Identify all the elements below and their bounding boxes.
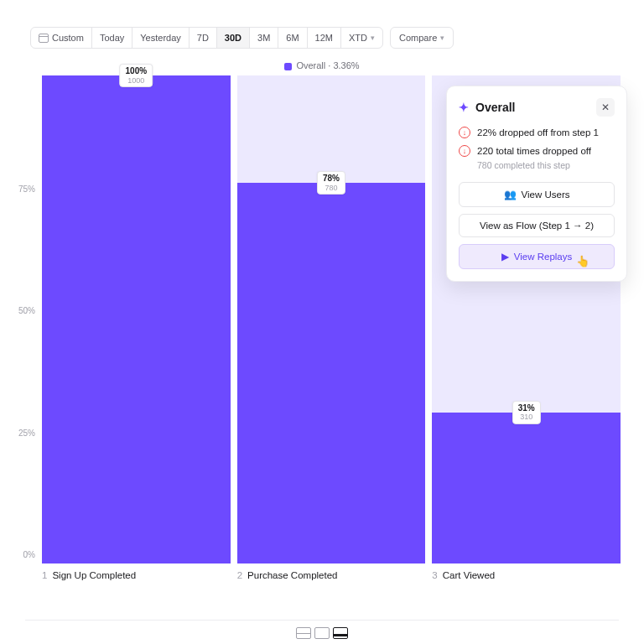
step-name: Purchase Completed bbox=[247, 570, 337, 580]
y-tick: 75% bbox=[18, 184, 35, 193]
x-label-2: 2Purchase Completed bbox=[237, 570, 426, 580]
range-label: 3M bbox=[257, 33, 270, 43]
toolbar: Custom Today Yesterday 7D 30D 3M 6M 12M … bbox=[0, 0, 644, 60]
popover-title: ✦ Overall bbox=[459, 101, 515, 114]
bar-signup[interactable]: 100% 1000 bbox=[42, 75, 231, 564]
y-axis: 0% 25% 50% 75% bbox=[12, 75, 39, 564]
bar-fill bbox=[42, 75, 231, 564]
chart-legend: Overall · 3.36% bbox=[0, 60, 644, 75]
range-30d[interactable]: 30D bbox=[217, 28, 250, 48]
bar-value-label: 100% 1000 bbox=[120, 64, 153, 87]
range-custom[interactable]: Custom bbox=[31, 28, 92, 48]
layout-bottom-icon[interactable] bbox=[333, 627, 348, 639]
range-3m[interactable]: 3M bbox=[250, 28, 278, 48]
button-label: View Users bbox=[522, 190, 570, 200]
arrow-down-circle-icon: ↓ bbox=[459, 127, 470, 138]
bar-cart[interactable]: 31% 310 ✦ Overall ✕ ↓ 22% dropped off fr… bbox=[432, 75, 621, 564]
bar-count: 310 bbox=[518, 413, 535, 421]
range-label: Today bbox=[100, 33, 124, 43]
layout-switcher bbox=[296, 627, 348, 639]
popover-title-text: Overall bbox=[475, 101, 515, 114]
step-index: 1 bbox=[42, 570, 47, 580]
close-button[interactable]: ✕ bbox=[596, 98, 615, 117]
step-index: 3 bbox=[432, 570, 437, 580]
bar-value-label: 31% 310 bbox=[512, 401, 541, 424]
close-icon: ✕ bbox=[601, 101, 610, 113]
legend-swatch bbox=[284, 63, 292, 70]
y-tick: 50% bbox=[18, 306, 35, 315]
compare-label: Compare bbox=[399, 33, 437, 43]
range-12m[interactable]: 12M bbox=[308, 28, 341, 48]
range-label: 7D bbox=[197, 33, 209, 43]
layout-split-icon[interactable] bbox=[296, 627, 311, 639]
range-yesterday[interactable]: Yesterday bbox=[132, 28, 190, 48]
step-index: 2 bbox=[237, 570, 242, 580]
compare-button[interactable]: Compare ▾ bbox=[390, 27, 454, 49]
bar-fill bbox=[237, 183, 426, 564]
view-users-button[interactable]: 👥 View Users bbox=[459, 182, 615, 207]
legend-value: 3.36% bbox=[333, 60, 359, 70]
funnel-chart: 100% 1000 78% 780 31% 310 ✦ Ov bbox=[42, 75, 621, 564]
chart-wrap: 0% 25% 50% 75% 100% 1000 78% 780 31% 310 bbox=[0, 75, 644, 564]
range-label: 12M bbox=[315, 33, 333, 43]
bar-count: 1000 bbox=[126, 76, 148, 85]
dropoff-line-1: ↓ 22% dropped off from step 1 bbox=[459, 127, 615, 138]
completed-subtext: 780 completed this step bbox=[477, 160, 615, 170]
legend-series-name: Overall bbox=[296, 60, 325, 70]
divider bbox=[25, 620, 619, 621]
range-label: Custom bbox=[52, 33, 84, 43]
dropoff-text: 220 total times dropped off bbox=[477, 146, 591, 156]
bar-pct: 78% bbox=[323, 174, 340, 184]
cursor-click-icon: ✦ bbox=[459, 101, 469, 114]
range-label: XTD bbox=[349, 33, 367, 43]
range-label: 30D bbox=[225, 33, 242, 43]
users-icon: 👥 bbox=[504, 189, 517, 200]
x-label-1: 1Sign Up Completed bbox=[42, 570, 231, 580]
view-as-flow-button[interactable]: View as Flow (Step 1 → 2) bbox=[459, 214, 615, 237]
range-label: Yesterday bbox=[140, 33, 181, 43]
bar-count: 780 bbox=[323, 184, 340, 192]
calendar-icon bbox=[39, 34, 49, 43]
popover-header: ✦ Overall ✕ bbox=[459, 98, 615, 117]
range-6m[interactable]: 6M bbox=[278, 28, 307, 48]
x-axis: 1Sign Up Completed 2Purchase Completed 3… bbox=[0, 564, 644, 580]
y-tick: 25% bbox=[18, 428, 35, 437]
dropoff-line-2: ↓ 220 total times dropped off bbox=[459, 145, 615, 157]
range-xtd[interactable]: XTD▾ bbox=[341, 28, 382, 48]
range-7d[interactable]: 7D bbox=[190, 28, 217, 48]
chevron-down-icon: ▾ bbox=[440, 34, 444, 42]
y-tick: 0% bbox=[23, 550, 35, 559]
bar-purchase[interactable]: 78% 780 bbox=[237, 75, 426, 564]
replay-icon: ▶ bbox=[501, 251, 509, 262]
bar-pct: 100% bbox=[126, 66, 148, 76]
step-name: Sign Up Completed bbox=[52, 570, 136, 580]
bar-value-label: 78% 780 bbox=[317, 171, 345, 195]
dropoff-text: 22% dropped off from step 1 bbox=[477, 127, 599, 138]
button-label: View Replays bbox=[514, 252, 572, 262]
layout-full-icon[interactable] bbox=[314, 627, 330, 639]
button-label: View as Flow (Step 1 → 2) bbox=[480, 221, 594, 231]
x-label-3: 3Cart Viewed bbox=[432, 570, 621, 580]
bar-pct: 31% bbox=[518, 403, 535, 413]
range-today[interactable]: Today bbox=[92, 28, 132, 48]
arrow-down-circle-icon: ↓ bbox=[459, 145, 470, 157]
step-detail-popover: ✦ Overall ✕ ↓ 22% dropped off from step … bbox=[446, 86, 627, 282]
step-name: Cart Viewed bbox=[443, 570, 495, 580]
date-range-segmented: Custom Today Yesterday 7D 30D 3M 6M 12M … bbox=[30, 27, 383, 49]
view-replays-button[interactable]: ▶ View Replays bbox=[459, 244, 615, 269]
chevron-down-icon: ▾ bbox=[371, 34, 375, 42]
range-label: 6M bbox=[286, 33, 299, 43]
bar-fill bbox=[432, 413, 621, 564]
